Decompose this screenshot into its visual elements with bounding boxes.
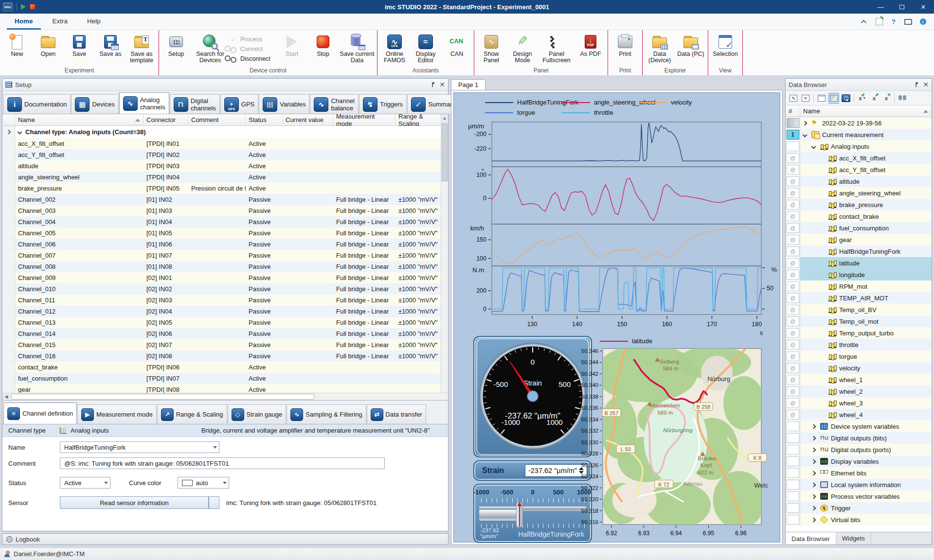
scroll-thumb[interactable]: [442, 123, 448, 181]
monitor-icon[interactable]: [904, 18, 913, 26]
link-badge[interactable]: @: [787, 200, 799, 210]
column-name[interactable]: Name: [15, 114, 144, 125]
table-view-icon[interactable]: [816, 93, 827, 104]
tree-item-latitude[interactable]: @latitude: [786, 257, 932, 269]
sensor-dropdown-icon[interactable]: [209, 496, 219, 509]
row-number[interactable]: 1: [787, 130, 799, 140]
column-comment[interactable]: Comment: [188, 114, 246, 125]
curves-window-icon[interactable]: ≈: [800, 93, 811, 104]
tree-item-velocity[interactable]: @velocity: [786, 362, 932, 374]
ribbon-button-as-pdf[interactable]: PDFAs PDF: [575, 32, 606, 64]
tree-item-2022-03-22-19-39-56[interactable]: ⚑2022-03-22 19-39-56: [786, 117, 932, 129]
minimize-button[interactable]: —: [870, 0, 891, 14]
collapse-icon[interactable]: [18, 130, 22, 135]
expand-icon[interactable]: [811, 517, 816, 522]
tree-item-trigger[interactable]: ↯Trigger: [786, 502, 932, 514]
tree-item-process-vector-variables[interactable]: 0.8Process vector variables: [786, 490, 932, 502]
tree-item-digital-outputs-bits[interactable]: ⊓⊔Digital outputs (bits): [786, 432, 932, 444]
close-panel-icon[interactable]: ✕: [439, 81, 445, 88]
tree-item-altitude[interactable]: @altitude: [786, 175, 932, 187]
link-badge[interactable]: @: [787, 351, 799, 361]
link-badge[interactable]: @: [787, 375, 799, 385]
table-row[interactable]: Channel_009[02] IN01PassiveFull bridge -…: [2, 272, 448, 283]
tree-item-display-variables[interactable]: 0.8Display variables: [786, 455, 932, 467]
link-badge[interactable]: @: [787, 363, 799, 373]
read-sensor-button[interactable]: Read sensor information: [60, 496, 209, 509]
table-row[interactable]: brake_pressure[TPDI] IN05Pression circui…: [2, 183, 448, 194]
tree-item-angle-steering-wheel[interactable]: @angle_steering_wheel: [786, 187, 932, 199]
link-badge[interactable]: @: [787, 211, 799, 221]
table-row[interactable]: Channel_005[01] IN05PassiveFull bridge -…: [2, 228, 448, 239]
horizontal-scrollbar[interactable]: ◀: [2, 393, 448, 400]
page-tab[interactable]: Page 1: [451, 79, 485, 90]
tree-item-torgue[interactable]: @torgue: [786, 350, 932, 362]
expand-icon[interactable]: [811, 471, 816, 475]
table-row[interactable]: Channel_003[01] IN03PassiveFull bridge -…: [2, 205, 448, 216]
link-badge[interactable]: @: [787, 398, 799, 408]
table-row[interactable]: Channel_015[02] IN07PassiveFull bridge -…: [2, 339, 448, 350]
ribbon-button-online-famos[interactable]: ∿Online FAMOS: [379, 32, 410, 64]
maximize-button[interactable]: [891, 0, 913, 14]
tree-item-current-measurement[interactable]: 1Current measurement: [786, 129, 932, 140]
tree-item-digital-outputs-ports[interactable]: ⊓⊔Digital outputs (ports): [786, 444, 932, 455]
tab-documentation[interactable]: iDocumentation: [3, 94, 71, 114]
tree-item-wheel-4[interactable]: @wheel_4: [786, 409, 932, 420]
tree-item-ethernet-bits[interactable]: Ethernet bits: [786, 467, 932, 479]
tab-digital-channels[interactable]: ⊓Digital channels: [170, 94, 220, 114]
tab-widgets[interactable]: Widgets: [836, 532, 871, 544]
search-icon[interactable]: [897, 93, 908, 104]
table-row[interactable]: angle_steering_wheel[TPDI] IN04Active: [2, 172, 448, 183]
pin-icon[interactable]: [916, 82, 918, 87]
help-icon[interactable]: ?: [889, 18, 898, 26]
table-row[interactable]: acc_X_filt_offset[TPDI] IN01Active: [2, 138, 448, 149]
column-connector[interactable]: Connector: [144, 114, 188, 125]
tree-item-fuel-consumption[interactable]: @fuel_consumption: [786, 222, 932, 234]
menu-tab-extra[interactable]: Extra: [45, 14, 76, 30]
tree-item-wheel-1[interactable]: @wheel_1: [786, 374, 932, 385]
scroll-up-icon[interactable]: ▲: [441, 114, 448, 122]
tree-item-device-system-variables[interactable]: Device system variables: [786, 420, 932, 432]
ribbon-button-save[interactable]: Save: [64, 32, 94, 64]
column-num[interactable]: #: [786, 105, 800, 117]
column-measurement-mode[interactable]: Measurement mode: [333, 114, 395, 125]
tree-item-acc-y-filt-offset[interactable]: @acc_Y_filt_offset: [786, 164, 932, 175]
hscroll-thumb[interactable]: [11, 394, 314, 400]
link-badge[interactable]: @: [787, 281, 799, 291]
tab-measurement-mode[interactable]: ▶Measurement mode: [77, 404, 157, 424]
curve-color-combo[interactable]: auto: [178, 477, 229, 489]
expand-icon[interactable]: [811, 424, 816, 429]
link-badge[interactable]: @: [787, 316, 799, 326]
tree-item-contact-brake[interactable]: @contact_brake: [786, 210, 932, 222]
table-row[interactable]: Channel_014[02] IN06PassiveFull bridge -…: [2, 328, 448, 339]
column-status[interactable]: Status: [246, 114, 283, 125]
ribbon-button-new[interactable]: New: [2, 32, 32, 64]
tab-analog-channels[interactable]: ∿Analog channels: [119, 92, 169, 114]
ribbon-button-selection[interactable]: Selection: [710, 32, 740, 64]
variable-export-icon[interactable]: x⬈: [869, 93, 880, 104]
tree-item-throttle[interactable]: @throttle: [786, 339, 932, 350]
expand-icon[interactable]: [811, 459, 816, 464]
table-row[interactable]: Channel_002[01] IN02PassiveFull bridge -…: [2, 194, 448, 205]
info-icon[interactable]: i: [918, 18, 927, 26]
column-range-scaling[interactable]: Range & Scaling: [395, 114, 442, 125]
table-row[interactable]: Channel_012[02] IN04PassiveFull bridge -…: [2, 306, 448, 317]
status-combo[interactable]: Active: [60, 477, 110, 489]
table-row[interactable]: acc_Y_filt_offset[TPDI] IN02Active: [2, 149, 448, 160]
bar-meter-widget[interactable]: -1000-50005001000 -237.62"µm/m" HalfBrid…: [473, 484, 592, 543]
tree-item-virtual-bits[interactable]: Virtual bits: [786, 514, 932, 525]
table-row[interactable]: Channel_004[01] IN04PassiveFull bridge -…: [2, 216, 448, 228]
vertical-scrollbar[interactable]: ▲ ▼: [441, 114, 448, 400]
table-row[interactable]: Channel_006[01] IN06PassiveFull bridge -…: [2, 239, 448, 250]
logbook-bar[interactable]: Logbook: [2, 533, 449, 545]
close-panel-icon[interactable]: ✕: [923, 81, 929, 88]
tab-channel-definition[interactable]: ≡Channel definition: [3, 402, 77, 424]
tree-item-local-system-information[interactable]: Local system information: [786, 479, 932, 490]
ribbon-button-setup[interactable]: Setup: [161, 32, 191, 64]
link-badge[interactable]: @: [787, 328, 799, 338]
table-group-row[interactable]: Channel type: Analog inputs (Count=38): [2, 126, 448, 138]
tab-variables[interactable]: |||Variables: [259, 94, 309, 114]
link-badge[interactable]: @: [787, 305, 799, 315]
tree-item-temp-output-turbo[interactable]: @Temp_output_turbo: [786, 327, 932, 339]
ribbon-button-data-pc[interactable]: Data (PC): [676, 32, 706, 64]
tree-item-rpm-mot[interactable]: @RPM_mot: [786, 280, 932, 292]
